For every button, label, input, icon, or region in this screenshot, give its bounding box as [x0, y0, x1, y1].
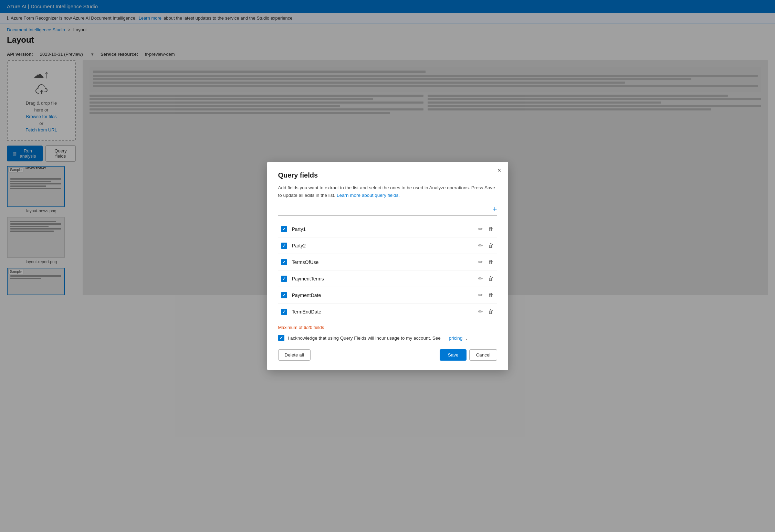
field-list-item: ✓ TermsOfUse ✏ 🗑 [278, 254, 497, 270]
edit-field-button-paymentdate[interactable]: ✏ [478, 291, 483, 295]
field-actions-paymentterms: ✏ 🗑 [478, 275, 494, 283]
field-checkbox-termsofuse[interactable]: ✓ [281, 259, 287, 265]
add-field-button[interactable]: + [493, 205, 497, 213]
check-icon: ✓ [282, 260, 286, 265]
check-icon: ✓ [282, 243, 286, 248]
field-checkbox-party2[interactable]: ✓ [281, 243, 287, 249]
field-name-party2: Party2 [292, 243, 478, 248]
field-name-party1: Party1 [292, 226, 478, 232]
field-name-paymentterms: PaymentTerms [292, 276, 478, 281]
field-list-item: ✓ PaymentTerms ✏ 🗑 [278, 270, 497, 287]
field-checkbox-paymentdate[interactable]: ✓ [281, 292, 287, 295]
delete-field-button-party2[interactable]: 🗑 [488, 242, 494, 249]
learn-more-query-fields-link[interactable]: Learn more about query fields. [337, 193, 400, 198]
field-actions-paymentdate: ✏ 🗑 [478, 291, 494, 295]
modal-close-button[interactable]: × [498, 167, 501, 173]
check-icon: ✓ [282, 293, 286, 295]
edit-field-button-termsofuse[interactable]: ✏ [478, 258, 483, 266]
field-checkbox-party1[interactable]: ✓ [281, 226, 287, 232]
add-field-input[interactable] [278, 205, 493, 213]
check-icon: ✓ [282, 227, 286, 232]
add-field-row: + [278, 205, 497, 215]
delete-field-button-termsofuse[interactable]: 🗑 [488, 258, 494, 266]
edit-field-button-party2[interactable]: ✏ [478, 242, 483, 249]
modal-title: Query fields [278, 171, 497, 179]
field-list-item: ✓ Party1 ✏ 🗑 [278, 221, 497, 237]
field-list-item: ✓ Party2 ✏ 🗑 [278, 237, 497, 254]
modal-description: Add fields you want to extract to the li… [278, 184, 497, 199]
delete-field-button-paymentdate[interactable]: 🗑 [488, 291, 494, 295]
field-actions-party1: ✏ 🗑 [478, 225, 494, 233]
field-checkbox-paymentterms[interactable]: ✓ [281, 276, 287, 282]
delete-field-button-party1[interactable]: 🗑 [488, 225, 494, 233]
check-icon: ✓ [282, 276, 286, 281]
edit-field-button-paymentterms[interactable]: ✏ [478, 275, 483, 283]
edit-field-button-party1[interactable]: ✏ [478, 225, 483, 233]
delete-field-button-paymentterms[interactable]: 🗑 [488, 275, 494, 283]
query-fields-modal: × Query fields Add fields you want to ex… [267, 162, 508, 295]
field-actions-termsofuse: ✏ 🗑 [478, 258, 494, 266]
field-actions-party2: ✏ 🗑 [478, 242, 494, 249]
field-name-termsofuse: TermsOfUse [292, 259, 478, 265]
field-name-paymentdate: PaymentDate [292, 292, 478, 295]
field-list-item: ✓ PaymentDate ✏ 🗑 [278, 287, 497, 295]
field-list: ✓ Party1 ✏ 🗑 ✓ Party2 ✏ 🗑 ✓ TermsOfUse ✏ [278, 221, 497, 295]
modal-overlay: × Query fields Add fields you want to ex… [0, 0, 775, 295]
